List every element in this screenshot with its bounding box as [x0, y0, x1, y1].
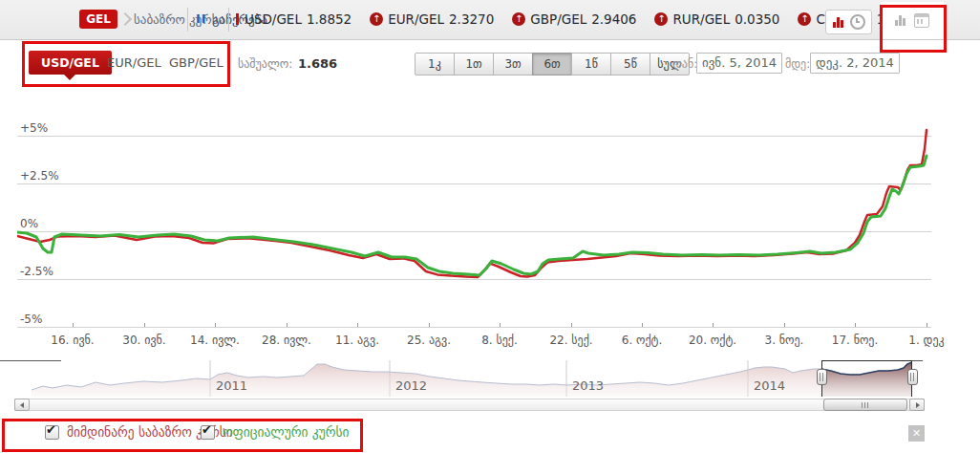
navigator-year-label: 2011	[216, 378, 247, 393]
scrollbar-left-arrow[interactable]	[14, 399, 30, 411]
tab-gbp-gel[interactable]: GBP/GEL	[169, 55, 224, 70]
quote-value: 2.9406	[591, 11, 636, 27]
x-axis-label: 8. სექ.	[481, 334, 518, 347]
x-axis-label: 6. ოქტ.	[622, 334, 663, 347]
divider	[187, 8, 188, 32]
tab-usd-gel[interactable]: USD/GEL	[29, 51, 112, 75]
market-rate-checkbox[interactable]: ✔	[45, 425, 59, 440]
navigator-top-border	[0, 360, 61, 361]
range-button-1m[interactable]: 1თ	[454, 53, 494, 76]
range-button-3m[interactable]: 3თ	[493, 53, 533, 76]
quote-rur-gel[interactable]: ↑ RUR/GEL 0.0350	[654, 11, 779, 27]
clock-icon	[850, 14, 865, 30]
quote-value: 1.8852	[307, 11, 352, 27]
check-icon: ✔	[202, 422, 212, 437]
x-axis-label: 28. ივლ.	[262, 334, 311, 347]
navigator-top-border	[912, 360, 923, 361]
average-value: 1.686	[298, 56, 337, 71]
scrollbar-right-arrow[interactable]	[909, 399, 925, 411]
chart-with-time-toggle[interactable]	[825, 10, 872, 34]
range-button-6m[interactable]: 6თ	[532, 53, 572, 76]
left-arrow-icon	[20, 402, 24, 408]
close-icon[interactable]: ✕	[908, 425, 925, 442]
quote-eur-gel[interactable]: ↑ EUR/GEL 2.3270	[370, 11, 494, 27]
quote-pair: EUR/GEL	[388, 11, 444, 27]
chevron-right-icon	[118, 12, 132, 26]
x-axis-label: 22. სექ.	[549, 334, 592, 347]
chart-with-calendar-toggle[interactable]	[881, 2, 944, 39]
quote-pair: GBP/GEL	[530, 11, 586, 27]
bar-chart-icon	[895, 15, 905, 26]
x-axis-label: 30. ივნ.	[122, 334, 165, 347]
up-arrow-icon: ↑	[370, 12, 383, 26]
x-axis-label: 11. აგვ.	[335, 334, 379, 347]
pause-icon[interactable]: II	[196, 11, 207, 26]
quote-value: 0.0350	[735, 11, 779, 27]
x-axis-label: 20. ოქტ.	[689, 334, 736, 347]
topbar-caption: საბაზრო კურსი	[134, 12, 224, 27]
up-arrow-icon: ↑	[512, 12, 525, 26]
from-label: დან:	[672, 57, 697, 71]
navigator-right-handle[interactable]	[907, 369, 918, 385]
x-axis-label: 25. აგვ.	[407, 334, 451, 347]
range-button-1d[interactable]: 1კ	[415, 53, 455, 76]
navigator-left-handle[interactable]	[817, 369, 827, 385]
navigator-year-label: 2014	[754, 378, 785, 393]
clipped-arrow-icon	[236, 13, 239, 25]
quote-pair: USD/GEL	[245, 11, 302, 27]
chart-toolbar: USD/GEL EUR/GEL GBP/GEL საშუალო: 1.686 1…	[0, 40, 980, 91]
navigator-year-label: 2012	[395, 378, 427, 393]
legend-label: ოფიციალური კურსი	[223, 424, 349, 440]
scrollbar-track[interactable]	[14, 399, 925, 411]
to-label: მდე:	[785, 57, 810, 71]
official-rate-checkbox[interactable]: ✔	[201, 425, 215, 440]
right-arrow-icon	[916, 402, 920, 408]
quote-gbp-gel[interactable]: ↑ GBP/GEL 2.9406	[512, 11, 636, 27]
check-icon: ✔	[46, 422, 56, 437]
quote-value: 2.3270	[449, 11, 494, 27]
bar-chart-icon	[833, 17, 843, 28]
navigator-selection-window[interactable]	[821, 360, 912, 397]
quote-ticker: USD/GEL 1.8852 ↑ EUR/GEL 2.3270 ↑ GBP/GE…	[236, 11, 922, 27]
divider	[228, 8, 229, 32]
legend-official-rate: ✔ ოფიციალური კურსი	[201, 424, 349, 440]
currency-chart-app: GEL საბაზრო კურსი II გაჩერება USD/GEL 1.…	[0, 0, 980, 453]
range-button-1y[interactable]: 1წ	[571, 53, 611, 76]
up-arrow-icon: ↑	[798, 12, 811, 26]
scrollbar-thumb[interactable]	[823, 399, 907, 411]
x-axis-label: 17. ნოე.	[832, 334, 879, 347]
to-date-input[interactable]: დეკ. 2, 2014	[810, 53, 900, 74]
calendar-icon	[914, 13, 929, 28]
up-arrow-icon: ↑	[654, 12, 668, 26]
range-button-5y[interactable]: 5წ	[610, 53, 650, 76]
tab-eur-gel[interactable]: EUR/GEL	[107, 55, 161, 70]
topbar: GEL საბაზრო კურსი II გაჩერება USD/GEL 1.…	[0, 0, 980, 40]
from-date-input[interactable]: ივნ. 5, 2014	[696, 53, 782, 74]
average-label: საშუალო:	[238, 57, 292, 71]
navigator-year-label: 2013	[572, 378, 604, 393]
exchange-rate-chart[interactable]	[17, 91, 931, 330]
quote-usd-gel[interactable]: USD/GEL 1.8852	[236, 11, 352, 27]
quote-pair: RUR/GEL	[672, 11, 730, 27]
gel-logo[interactable]: GEL	[79, 10, 117, 29]
range-selector: 1კ 1თ 3თ 6თ 1წ 5წ სულ	[415, 53, 690, 76]
x-axis-label: 3. ნოე.	[765, 334, 804, 347]
x-axis-label: 16. ივნ.	[51, 334, 94, 347]
x-axis-label: 14. ივლ.	[190, 334, 240, 347]
x-axis-label: 1. დეკ	[908, 334, 944, 347]
